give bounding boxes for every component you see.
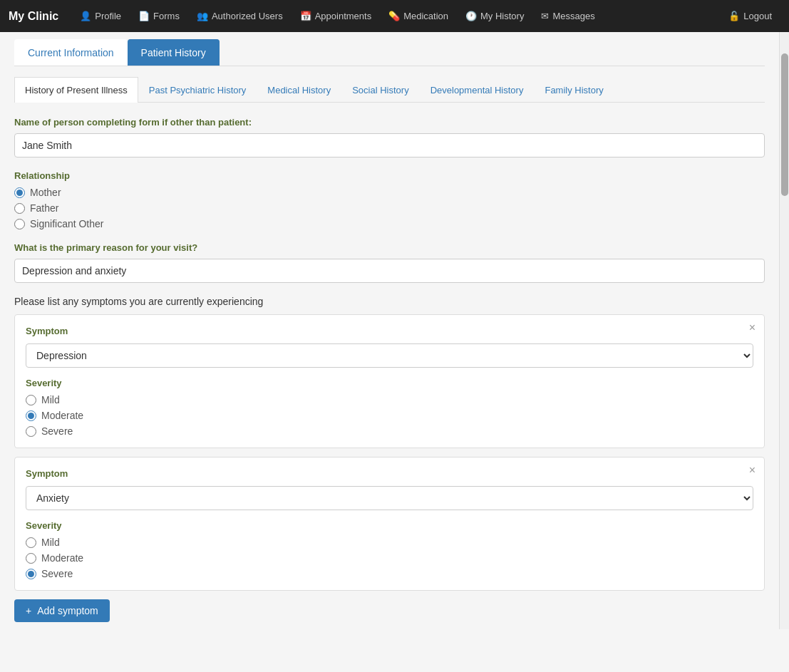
logout-icon: 🔓: [728, 11, 740, 21]
severity-radio-group-1: Mild Moderate Severe: [26, 394, 753, 437]
forms-icon: 📄: [138, 11, 150, 21]
scrollbar-track: [779, 32, 789, 629]
symptom-select-1[interactable]: Depression Anxiety Other: [26, 343, 753, 368]
symptom-card-2: Symptom × Depression Anxiety Other Sever…: [14, 457, 765, 591]
top-tabs: Current Information Patient History: [14, 39, 765, 66]
main-area: Current Information Patient History Hist…: [0, 32, 779, 629]
severity-moderate-input-2[interactable]: [26, 553, 36, 564]
severity-moderate-2[interactable]: Moderate: [26, 552, 753, 564]
severity-label-1: Severity: [26, 378, 753, 388]
navbar: My Clinic 👤 Profile 📄 Forms 👥 Authorized…: [0, 0, 789, 32]
symptom-close-1[interactable]: ×: [749, 322, 756, 334]
nav-messages[interactable]: ✉ Messages: [532, 0, 603, 32]
severity-severe-input-1[interactable]: [26, 426, 36, 437]
relationship-label: Relationship: [14, 170, 765, 181]
radio-father[interactable]: Father: [14, 202, 765, 214]
secondary-tabs: History of Present Illness Past Psychiat…: [14, 77, 765, 103]
name-label: Name of person completing form if other …: [14, 117, 765, 128]
appointments-icon: 📅: [300, 11, 311, 21]
symptom-select-2[interactable]: Depression Anxiety Other: [26, 486, 753, 510]
symptoms-header: Please list any symptoms you are current…: [14, 296, 765, 307]
tab-family-history[interactable]: Family History: [534, 77, 614, 103]
severity-moderate-input-1[interactable]: [26, 410, 36, 421]
authorized-users-icon: 👥: [197, 11, 208, 21]
visit-reason-label: What is the primary reason for your visi…: [14, 242, 765, 253]
navbar-right: 🔓 Logout: [720, 0, 780, 32]
symptom-label-1: Symptom: [26, 326, 753, 336]
nav-authorized-users[interactable]: 👥 Authorized Users: [188, 0, 292, 32]
severity-mild-2[interactable]: Mild: [26, 537, 753, 548]
symptom-label-2: Symptom: [26, 468, 753, 479]
nav-medication[interactable]: 💊 Medication: [380, 0, 457, 32]
radio-significant-other-input[interactable]: [14, 219, 25, 229]
tab-developmental-history[interactable]: Developmental History: [420, 77, 535, 103]
severity-severe-1[interactable]: Severe: [26, 425, 753, 437]
my-history-icon: 🕐: [465, 11, 477, 21]
severity-label-2: Severity: [26, 520, 753, 531]
relationship-section: Relationship Mother Father Significant O…: [14, 170, 765, 229]
radio-father-input[interactable]: [14, 203, 25, 214]
severity-severe-2[interactable]: Severe: [26, 568, 753, 579]
severity-radio-group-2: Mild Moderate Severe: [26, 537, 753, 579]
visit-reason-input[interactable]: [14, 259, 765, 283]
nav-profile[interactable]: 👤 Profile: [71, 0, 130, 32]
name-section: Name of person completing form if other …: [14, 117, 765, 157]
tab-patient-history[interactable]: Patient History: [128, 39, 220, 66]
severity-mild-1[interactable]: Mild: [26, 394, 753, 405]
radio-significant-other[interactable]: Significant Other: [14, 218, 765, 229]
add-symptom-button[interactable]: + Add symptom: [14, 599, 110, 622]
medication-icon: 💊: [388, 11, 400, 21]
symptom-card-1: Symptom × Depression Anxiety Other Sever…: [14, 314, 765, 448]
radio-mother-input[interactable]: [14, 187, 25, 198]
outer-layout: Current Information Patient History Hist…: [0, 32, 789, 629]
scrollbar-thumb[interactable]: [781, 53, 788, 196]
severity-mild-input-1[interactable]: [26, 395, 36, 405]
tab-medical-history[interactable]: Medical History: [257, 77, 341, 103]
profile-icon: 👤: [80, 11, 91, 21]
plus-icon: +: [26, 605, 31, 616]
nav-logout[interactable]: 🔓 Logout: [720, 0, 780, 32]
tab-social-history[interactable]: Social History: [341, 77, 419, 103]
navbar-brand: My Clinic: [9, 10, 58, 23]
name-input[interactable]: [14, 133, 765, 157]
severity-mild-input-2[interactable]: [26, 537, 36, 548]
tab-past-psychiatric[interactable]: Past Psychiatric History: [138, 77, 257, 103]
symptom-close-2[interactable]: ×: [749, 465, 756, 476]
severity-moderate-1[interactable]: Moderate: [26, 410, 753, 421]
visit-reason-section: What is the primary reason for your visi…: [14, 242, 765, 283]
tab-current-information[interactable]: Current Information: [14, 39, 128, 66]
tab-history-present-illness[interactable]: History of Present Illness: [14, 77, 138, 103]
radio-mother[interactable]: Mother: [14, 187, 765, 198]
relationship-radio-group: Mother Father Significant Other: [14, 187, 765, 229]
messages-icon: ✉: [541, 11, 549, 21]
nav-forms[interactable]: 📄 Forms: [130, 0, 188, 32]
nav-appointments[interactable]: 📅 Appointments: [292, 0, 381, 32]
severity-severe-input-2[interactable]: [26, 569, 36, 579]
nav-my-history[interactable]: 🕐 My History: [457, 0, 532, 32]
